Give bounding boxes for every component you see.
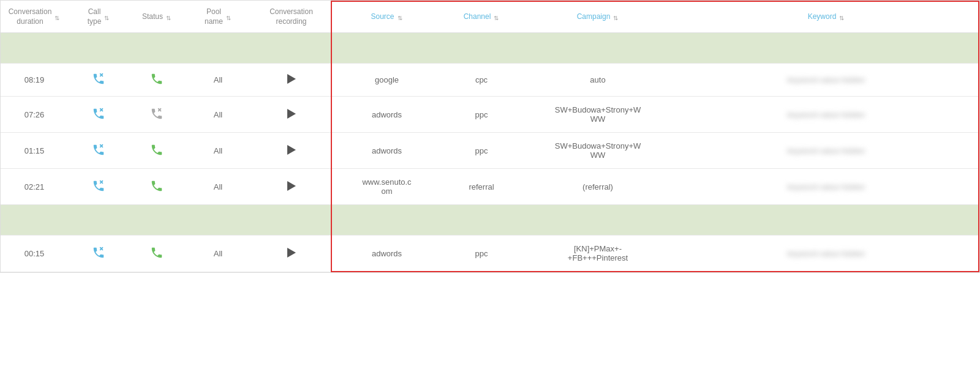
cell-duration: 08:19	[1, 64, 68, 97]
col-header-campaign: Campaign ⇅	[521, 1, 674, 33]
empty-cell-8	[674, 205, 979, 236]
cell-recording[interactable]	[252, 236, 331, 272]
col-pool-label: Pool name	[205, 7, 223, 26]
col-status-label: Status	[142, 12, 163, 22]
play-button[interactable]	[287, 109, 296, 119]
cell-campaign: SW+Budowa+Strony+W WW	[521, 133, 674, 169]
filter-calltype-icon[interactable]: ⇅	[104, 14, 110, 20]
keyword-blurred: keyword-value-hidden	[787, 110, 865, 119]
empty-cell-7	[521, 33, 674, 64]
col-header-status: Status ⇅	[129, 1, 184, 33]
cell-keyword: keyword-value-hidden	[674, 64, 979, 97]
col-keyword-label: Keyword	[808, 12, 837, 22]
cell-channel: ppc	[442, 97, 521, 133]
cell-duration: 01:15	[1, 133, 68, 169]
empty-cell-7	[521, 205, 674, 236]
cell-status	[129, 169, 184, 205]
cell-channel: cpc	[442, 64, 521, 97]
filter-campaign-icon[interactable]: ⇅	[612, 14, 619, 20]
empty-cell-8	[674, 33, 979, 64]
filter-duration-icon[interactable]: ⇅	[54, 14, 60, 20]
table-row: 00:15 Alladwordsppc[KN]+PMax+- +FB+++Pin…	[1, 236, 979, 272]
empty-cell-3	[184, 33, 252, 64]
cell-keyword: keyword-value-hidden	[674, 169, 979, 205]
cell-calltype	[68, 236, 129, 272]
filter-keyword-icon[interactable]: ⇅	[839, 14, 845, 20]
cell-campaign: [KN]+PMax+- +FB+++Pinterest	[521, 236, 674, 272]
cell-source: google	[331, 64, 442, 97]
cell-recording[interactable]	[252, 64, 331, 97]
cell-source: adwords	[331, 97, 442, 133]
empty-cell-4	[252, 205, 331, 236]
cell-calltype	[68, 97, 129, 133]
cell-pool: All	[184, 169, 252, 205]
empty-cell-2	[129, 33, 184, 64]
cell-keyword: keyword-value-hidden	[674, 97, 979, 133]
empty-cell-6	[442, 205, 521, 236]
table-row	[1, 33, 979, 64]
empty-cell-3	[184, 205, 252, 236]
cell-source: www.senuto.c om	[331, 169, 442, 205]
col-duration-label: Conversation duration	[9, 7, 52, 26]
col-channel-label: Channel	[464, 12, 491, 22]
play-button[interactable]	[287, 145, 296, 155]
filter-status-icon[interactable]: ⇅	[165, 14, 172, 20]
cell-pool: All	[184, 236, 252, 272]
col-header-duration: Conversation duration ⇅	[1, 1, 68, 33]
cell-status	[129, 97, 184, 133]
col-header-calltype: Call type ⇅	[68, 1, 129, 33]
cell-recording[interactable]	[252, 169, 331, 205]
table-row	[1, 205, 979, 236]
empty-cell-2	[129, 205, 184, 236]
cell-campaign: SW+Budowa+Strony+W WW	[521, 97, 674, 133]
empty-cell-6	[442, 33, 521, 64]
col-recording-label: Conversation recording	[270, 7, 313, 26]
cell-keyword: keyword-value-hidden	[674, 236, 979, 272]
cell-campaign: auto	[521, 64, 674, 97]
play-button[interactable]	[287, 181, 296, 191]
col-source-label: Source	[371, 12, 394, 22]
table-row: 08:19 Allgooglecpcautokeyword-value-hidd…	[1, 64, 979, 97]
empty-cell-1	[68, 205, 129, 236]
empty-cell-0	[1, 33, 68, 64]
cell-recording[interactable]	[252, 133, 331, 169]
empty-cell-5	[331, 33, 442, 64]
col-header-pool: Pool name ⇅	[184, 1, 252, 33]
col-header-source: Source ⇅	[331, 1, 442, 33]
col-header-recording: Conversation recording	[252, 1, 331, 33]
cell-duration: 02:21	[1, 169, 68, 205]
filter-pool-icon[interactable]: ⇅	[225, 14, 232, 20]
filter-channel-icon[interactable]: ⇅	[493, 14, 499, 20]
table-body: 08:19 Allgooglecpcautokeyword-value-hidd…	[1, 33, 979, 272]
cell-calltype	[68, 64, 129, 97]
empty-cell-4	[252, 33, 331, 64]
col-header-channel: Channel ⇅	[442, 1, 521, 33]
cell-recording[interactable]	[252, 97, 331, 133]
keyword-blurred: keyword-value-hidden	[787, 249, 865, 258]
empty-cell-1	[68, 33, 129, 64]
play-button[interactable]	[287, 248, 296, 258]
cell-pool: All	[184, 64, 252, 97]
empty-cell-0	[1, 205, 68, 236]
cell-channel: ppc	[442, 133, 521, 169]
cell-duration: 07:26	[1, 97, 68, 133]
keyword-blurred: keyword-value-hidden	[787, 146, 865, 155]
col-calltype-label: Call type	[88, 7, 102, 26]
cell-channel: ppc	[442, 236, 521, 272]
cell-pool: All	[184, 97, 252, 133]
empty-cell-5	[331, 205, 442, 236]
keyword-blurred: keyword-value-hidden	[787, 75, 865, 84]
cell-pool: All	[184, 133, 252, 169]
keyword-blurred: keyword-value-hidden	[787, 182, 865, 191]
col-header-keyword: Keyword ⇅	[674, 1, 979, 33]
cell-keyword: keyword-value-hidden	[674, 133, 979, 169]
cell-source: adwords	[331, 133, 442, 169]
play-button[interactable]	[287, 74, 296, 84]
filter-source-icon[interactable]: ⇅	[397, 14, 403, 20]
table-header-row: Conversation duration ⇅ Call type ⇅ Stat…	[1, 1, 979, 33]
data-table: Conversation duration ⇅ Call type ⇅ Stat…	[1, 1, 979, 272]
cell-status	[129, 64, 184, 97]
cell-calltype	[68, 169, 129, 205]
cell-calltype	[68, 133, 129, 169]
col-campaign-label: Campaign	[577, 12, 611, 22]
